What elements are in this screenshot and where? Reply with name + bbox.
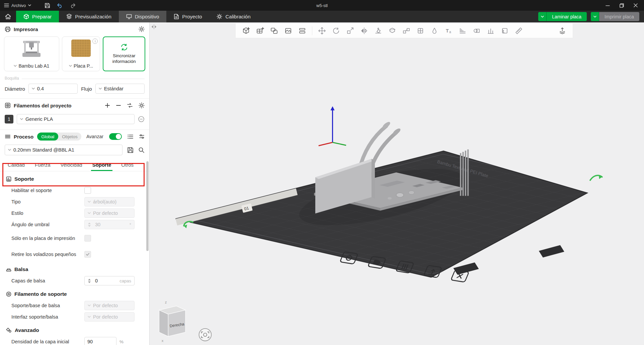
snapshot-button[interactable] <box>199 329 212 341</box>
split-to-objects-icon[interactable] <box>399 24 413 37</box>
scope-objects-pill[interactable]: Objetos <box>58 134 81 139</box>
slice-options-chevron-icon[interactable] <box>538 12 547 21</box>
tab-speed[interactable]: Velocidad <box>56 159 87 171</box>
tab-label: Previsualización <box>75 14 111 19</box>
tab-preview[interactable]: Previsualización <box>59 11 118 22</box>
tab-strength[interactable]: Fuerza <box>30 159 56 171</box>
search-preset-icon[interactable] <box>138 147 145 153</box>
initial-layer-density-input[interactable]: 90 <box>84 337 116 345</box>
print-options-chevron-icon[interactable] <box>591 12 599 21</box>
advanced-group-header: Avanzado <box>6 327 149 333</box>
home-tab[interactable] <box>0 11 16 22</box>
measure-tool-icon[interactable] <box>512 24 526 37</box>
move-tool-icon[interactable] <box>315 24 329 37</box>
cut-tool-icon[interactable] <box>385 24 399 37</box>
advanced-mode-toggle[interactable] <box>109 133 122 140</box>
support-paint-icon[interactable] <box>484 24 498 37</box>
navigation-cube[interactable]: Derecha z x <box>159 300 185 343</box>
sidebar-collapse-handle[interactable] <box>151 24 157 30</box>
undo-icon[interactable] <box>57 3 63 8</box>
tab-project[interactable]: Proyecto <box>166 11 209 22</box>
color-paint-icon[interactable] <box>427 24 441 37</box>
printer-settings-gear-icon[interactable] <box>139 26 145 32</box>
support-interface-value: Por defecto <box>93 314 118 320</box>
split-rows-icon[interactable] <box>295 24 309 37</box>
threshold-angle-label: Ángulo de umbral <box>11 222 84 228</box>
printer-model-select[interactable]: Bambu Lab A1 <box>14 63 49 69</box>
chevron-down-icon <box>88 305 91 307</box>
variable-layer-height-icon[interactable] <box>456 24 470 37</box>
plate-info-icon[interactable]: i <box>92 38 98 44</box>
tab-prepare[interactable]: Preparar <box>16 11 59 22</box>
file-menu[interactable]: Archivo <box>0 0 35 11</box>
raft-layers-value: 0 <box>92 278 98 283</box>
filament-spool-icon <box>5 102 11 108</box>
assembly-view-icon[interactable] <box>555 24 569 37</box>
tab-calibration[interactable]: Calibración <box>209 11 258 22</box>
spinner-arrows-icon[interactable] <box>85 279 92 283</box>
support-style-select[interactable]: Por defecto <box>84 208 135 218</box>
maximize-button[interactable] <box>619 2 625 8</box>
tab-others[interactable]: Otros <box>116 159 139 171</box>
remove-filament-icon[interactable] <box>116 103 121 108</box>
nozzle-diameter-select[interactable]: 0.4 <box>28 84 78 94</box>
tab-support[interactable]: Soporte <box>87 159 116 171</box>
plate-type-card[interactable]: i Placa P... <box>62 36 100 71</box>
sidebar-scrollbar[interactable] <box>146 161 149 251</box>
hamburger-icon <box>4 3 9 7</box>
filament-settings-gear-icon[interactable] <box>139 102 145 108</box>
nozzle-flow-select[interactable]: Estándar <box>95 84 145 94</box>
support-type-value: árbol(auto) <box>93 199 116 204</box>
sync-info-button[interactable]: Sincronizar información <box>103 36 145 71</box>
split-to-parts-icon[interactable] <box>413 24 427 37</box>
build-plate[interactable]: 01 Bambu Textured PEI Plate <box>176 151 644 277</box>
mirror-tool-icon[interactable] <box>357 24 371 37</box>
process-section-header: Proceso Global Objetos Avanzar <box>0 130 149 143</box>
filament-select[interactable]: Generic PLA <box>17 114 135 124</box>
initial-layer-density-value: 90 <box>85 339 93 344</box>
slice-plate-button[interactable]: Laminar placa <box>538 12 587 21</box>
viewport-3d-scene[interactable]: 01 Bambu Textured PEI Plate <box>149 22 644 345</box>
printer-card[interactable]: Bambu Lab A1 <box>4 36 59 71</box>
on-buildplate-only-checkbox[interactable] <box>84 235 91 242</box>
filament-options-icon[interactable] <box>138 116 145 122</box>
sync-filament-list-icon[interactable] <box>127 103 133 108</box>
add-plate-icon[interactable] <box>253 24 267 37</box>
raft-layers-spinner[interactable]: 0 capas <box>84 276 135 285</box>
tab-device[interactable]: Dispositivo <box>119 11 167 22</box>
support-interface-select[interactable]: Por defecto <box>84 312 135 322</box>
tab-quality[interactable]: Calidad <box>3 159 30 171</box>
print-plate-button[interactable]: Imprimir placa <box>591 12 639 21</box>
support-type-select[interactable]: árbol(auto) <box>84 197 135 206</box>
plate-type-select[interactable]: Placa P... <box>69 63 93 69</box>
layout-image-icon[interactable] <box>281 24 295 37</box>
toolbar-separator <box>312 26 312 35</box>
customize-settings-icon[interactable] <box>139 134 145 139</box>
rotate-tool-icon[interactable] <box>329 24 343 37</box>
parameter-list-icon[interactable] <box>128 134 133 139</box>
add-object-icon[interactable] <box>239 24 253 37</box>
remove-small-overhangs-checkbox[interactable] <box>84 251 91 258</box>
save-preset-icon[interactable] <box>127 147 134 153</box>
minimize-button[interactable] <box>605 2 611 8</box>
save-project-icon[interactable] <box>45 3 50 8</box>
spinner-arrows-icon[interactable] <box>85 223 92 227</box>
auto-arrange-icon[interactable] <box>267 24 281 37</box>
boolean-tool-icon[interactable] <box>470 24 484 37</box>
enable-support-checkbox[interactable] <box>84 187 91 194</box>
redo-icon[interactable] <box>70 3 76 8</box>
process-scope-toggle[interactable]: Global Objetos <box>37 133 81 141</box>
threshold-angle-spinner[interactable]: 30 ° <box>84 220 135 229</box>
add-filament-icon[interactable] <box>105 103 110 108</box>
support-base-select[interactable]: Por defecto <box>84 301 135 310</box>
text-tool-icon[interactable]: Ta <box>441 24 456 37</box>
support-type-label: Tipo <box>11 199 84 205</box>
scope-global-pill[interactable]: Global <box>37 133 58 141</box>
scale-tool-icon[interactable] <box>343 24 357 37</box>
lay-on-face-icon[interactable] <box>371 24 385 37</box>
close-button[interactable] <box>633 2 639 8</box>
flow-label: Flujo <box>81 86 92 92</box>
process-preset-select[interactable]: 0.20mm Standard @BBL A1 <box>5 145 123 155</box>
seam-paint-icon[interactable] <box>498 24 512 37</box>
viewport-3d[interactable]: 01 Bambu Textured PEI Plate <box>149 22 644 345</box>
